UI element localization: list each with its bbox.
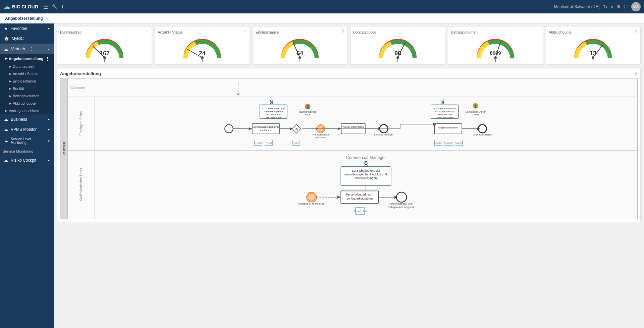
- tri-anzahl: ▶: [9, 72, 11, 75]
- breadcrumb-star[interactable]: ★: [45, 16, 49, 21]
- svg-text:167: 167: [100, 50, 110, 57]
- employee-sales-svg: § 8.2.2 Bestimmen von Anforderungen für …: [97, 100, 635, 148]
- process-card-title: Angebotserstellung: [60, 71, 101, 76]
- vertrieb-label: Vertrieb: [11, 47, 25, 51]
- svg-text:Personalbedarf und -: Personalbedarf und -: [346, 193, 374, 196]
- sidebar-sub-abbruchquote[interactable]: ▶ Abbruchquote: [0, 100, 54, 107]
- svg-point-110: [396, 192, 407, 202]
- vertragsabschluss-label: Vertragsabschluss: [9, 109, 39, 113]
- chevron-risiko: ▾: [48, 159, 50, 162]
- svg-text:96: 96: [394, 50, 401, 57]
- svg-text:👤: 👤: [474, 104, 478, 108]
- expand-icon[interactable]: ⛶: [624, 4, 628, 9]
- tri-icon: ▶: [5, 57, 7, 60]
- dots-icon[interactable]: ⋮: [29, 46, 34, 52]
- sidebar-sub-bonitat[interactable]: ▶ Bonität: [0, 85, 54, 92]
- svg-text:Dienstleistungen: Dienstleistungen: [265, 116, 282, 119]
- cloud-icon-service: ☁: [4, 139, 8, 143]
- tri-erfolgschance: ▶: [9, 80, 11, 83]
- vertrieb-lane-label: Vertrieb: [62, 142, 66, 156]
- sidebar-sub-durchlaufzeit[interactable]: ▶ Durchlaufzeit: [0, 63, 54, 70]
- needle-indicator-6: [588, 58, 598, 62]
- svg-text:8.2.2 Bestimmen von: 8.2.2 Bestimmen von: [262, 107, 285, 110]
- svg-text:Angebote: Angebote: [444, 142, 453, 144]
- breadcrumb-bar: Angebotserstellung ★: [0, 13, 644, 23]
- kpi-dots-anzahl[interactable]: ⠿: [244, 30, 247, 35]
- kpi-dots-abbruchquote[interactable]: ⠿: [635, 30, 638, 35]
- sidebar-item-vpms[interactable]: ☁ VPMS Monitor ▾: [0, 124, 54, 134]
- customer-lane-label: Customer: [70, 86, 97, 90]
- svg-text:Kunde informieren: Kunde informieren: [343, 125, 364, 128]
- refresh-icon[interactable]: ↻: [603, 4, 607, 10]
- process-card-dots[interactable]: ⠿: [635, 71, 638, 76]
- cloud-icon: ☁: [3, 3, 10, 11]
- kpi-title-betragsvolumen: Betragsvolumen: [451, 30, 478, 34]
- svg-text:Angebot ist realisierbar: Angebot ist realisierbar: [298, 202, 326, 205]
- bonitat-label: Bonität: [13, 87, 24, 91]
- topbar-left: ☁ BIC CLOUD ☰ 🔧 ℹ: [3, 3, 63, 11]
- breadcrumb-title: Angebotserstellung: [5, 16, 43, 21]
- svg-text:§: §: [270, 99, 273, 105]
- svg-text:verfügbarkeit ist geklärt: verfügbarkeit ist geklärt: [387, 206, 416, 209]
- sidebar-sub-vertragsabschluss[interactable]: ▶ Vertragsabschluss: [0, 107, 54, 114]
- svg-marker-38: [249, 127, 252, 130]
- sidebar-sub-betragsvolumen[interactable]: ▶ Betragsvolumen: [0, 92, 54, 100]
- process-diagram[interactable]: Vertrieb Customer: [60, 78, 638, 219]
- sidebar-item-risiko[interactable]: ☁ Risiko Cockpit ▾: [0, 155, 54, 165]
- cloud-icon-vpms: ☁: [4, 127, 8, 132]
- svg-text:8.2.2 Bestimmen von: 8.2.2 Bestimmen von: [433, 107, 456, 110]
- sub-dots[interactable]: ⋮: [45, 56, 50, 61]
- svg-text:realisierbar: realisierbar: [315, 136, 327, 139]
- svg-text:Geschäfts: Geschäfts: [254, 142, 263, 144]
- sidebar-item-vertrieb[interactable]: ☁ Vertrieb ⋮ ▴: [0, 44, 54, 54]
- sidebar-sub-angebotserstellung[interactable]: ▶ Angebotserstellung ⋮: [0, 54, 54, 63]
- kpi-row: Durchlaufzeit ⠿ 167: [57, 27, 641, 65]
- vpms-label: VPMS Monitor: [11, 127, 37, 132]
- kpi-dots-bonitat[interactable]: ⠿: [439, 30, 442, 35]
- needle-indicator-4: [393, 58, 403, 62]
- kpi-dots-erfolgschance[interactable]: ⠿: [341, 30, 344, 35]
- chevron-vpms: ▾: [48, 128, 50, 131]
- svg-text:8.2.3 Überprüfung der: 8.2.3 Überprüfung der: [352, 169, 380, 172]
- sidebar-item-service-level[interactable]: ☁ Service Level Monitoring ▾: [0, 134, 54, 147]
- kpi-dots-durchlaufzeit[interactable]: ⠿: [146, 30, 149, 35]
- svg-rect-39: [252, 124, 280, 134]
- sidebar-sub-anzahl[interactable]: ▶ Anzahl / Status: [0, 70, 54, 77]
- sidebar-item-favoriten[interactable]: ★ Favoriten ▾: [0, 23, 54, 34]
- sidebar-item-business[interactable]: ☁ Business ▾: [0, 114, 54, 124]
- tri-bonitat: ▶: [9, 87, 11, 90]
- customer-flow: [97, 81, 635, 94]
- svg-text:- Sales: - Sales: [472, 113, 480, 116]
- durchlaufzeit-label: Durchlaufzeit: [13, 64, 34, 68]
- sidebar-sub-erfolgschance[interactable]: ▶ Erfolgschance: [0, 77, 54, 85]
- tri-abbruchquote: ▶: [9, 102, 11, 105]
- svg-text:Kunde ist informiert: Kunde ist informiert: [374, 133, 393, 136]
- gauge-anzahl: 24: [182, 36, 222, 59]
- svg-text:24: 24: [199, 50, 206, 57]
- svg-text:Anforderungen für: Anforderungen für: [435, 110, 454, 113]
- svg-text:durchführen: durchführen: [260, 129, 272, 132]
- menu-icon[interactable]: ☰: [43, 4, 48, 10]
- home-icon: 🏠: [4, 36, 9, 41]
- tool-icon[interactable]: 🔧: [52, 4, 58, 9]
- sidebar-sub-vertrieb: ▶ Angebotserstellung ⋮ ▶ Durchlaufzeit ▶…: [0, 54, 54, 114]
- svg-text:kaufmännisches: kaufmännisches: [299, 111, 317, 113]
- tri-betragsvolumen: ▶: [9, 95, 11, 98]
- sidebar-service-monitoring[interactable]: Service Monitoring: [0, 147, 54, 155]
- svg-text:✕: ✕: [295, 127, 298, 131]
- content-area: Durchlaufzeit ⠿ 167: [54, 23, 644, 328]
- gauge-bonitat: 96: [378, 36, 418, 59]
- svg-text:👤: 👤: [306, 105, 310, 109]
- sidebar-item-mybic[interactable]: 🏠 MyBIC: [0, 34, 54, 44]
- settings-icon[interactable]: ⚙: [617, 4, 621, 9]
- mybic-label: MyBIC: [12, 36, 24, 41]
- employee-sales-lane: Employee Sales § 8.2.2 Bestimmen von Anf…: [68, 97, 637, 151]
- svg-text:Commercial Manager: Commercial Manager: [346, 155, 386, 160]
- chevron-service: ▾: [48, 139, 50, 143]
- gauge-erfolgschance: 64: [280, 36, 320, 59]
- svg-point-36: [225, 125, 233, 133]
- info-icon[interactable]: ℹ: [62, 4, 63, 9]
- online-indicator: ●: [611, 4, 613, 9]
- kpi-dots-betragsvolumen[interactable]: ⠿: [537, 30, 540, 35]
- svg-text:Risik: Risik: [305, 113, 311, 116]
